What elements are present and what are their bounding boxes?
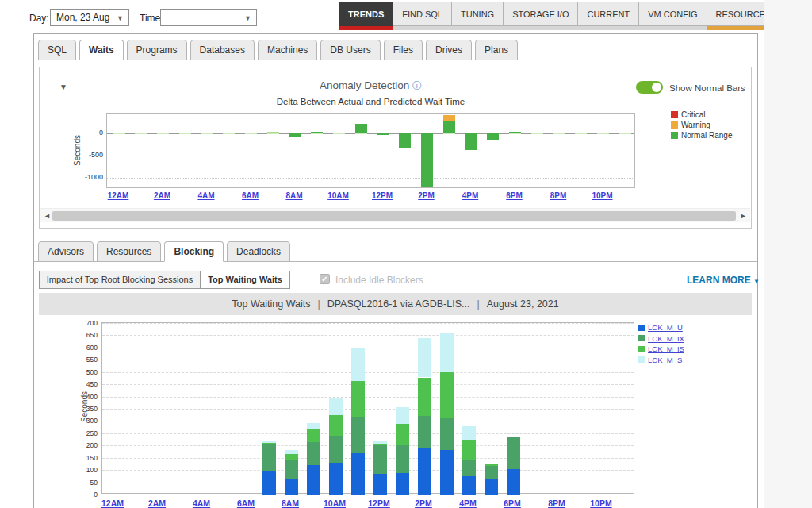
anomaly-bar[interactable] xyxy=(443,121,455,133)
legend-link-lck_m_is[interactable]: LCK_M_IS xyxy=(648,344,684,353)
anomaly-bar[interactable] xyxy=(377,133,389,135)
tab-sql[interactable]: SQL xyxy=(38,40,76,60)
x-axis-link-10am[interactable]: 10AM xyxy=(321,191,356,200)
stacked-bar-segment-lck_m_s[interactable] xyxy=(485,464,498,464)
top-waiting-waits-button[interactable]: Top Waiting Waits xyxy=(200,271,290,289)
stacked-bar-segment-lck_m_s[interactable] xyxy=(373,441,387,443)
x-axis-link-8pm[interactable]: 8PM xyxy=(541,191,576,200)
x-axis-link-12pm[interactable]: 12PM xyxy=(362,498,396,508)
stacked-bar-segment-lck_m_s[interactable] xyxy=(285,450,298,454)
stacked-bar-segment-lck_m_u[interactable] xyxy=(373,474,387,495)
x-axis-link-2pm[interactable]: 2PM xyxy=(409,191,444,200)
x-axis-link-10pm[interactable]: 10PM xyxy=(585,191,620,200)
x-axis-link-6am[interactable]: 6AM xyxy=(228,498,263,508)
stacked-bar-segment-lck_m_ix[interactable] xyxy=(351,417,365,454)
anomaly-bar[interactable] xyxy=(509,132,521,133)
stacked-bar-segment-lck_m_is[interactable] xyxy=(307,429,320,442)
include-idle-blockers-checkbox[interactable]: ✔ xyxy=(320,274,330,284)
x-axis-link-6pm[interactable]: 6PM xyxy=(495,498,530,508)
legend-link-lck_m_ix[interactable]: LCK_M_IX xyxy=(648,334,684,343)
stacked-bar-segment-lck_m_is[interactable] xyxy=(351,381,365,417)
stacked-bar-segment-lck_m_ix[interactable] xyxy=(262,444,276,471)
stacked-bar-segment-lck_m_is[interactable] xyxy=(373,444,387,445)
stacked-bar-segment-lck_m_is[interactable] xyxy=(285,454,298,460)
stacked-bar-segment-lck_m_u[interactable] xyxy=(285,479,298,495)
stacked-bar-segment-lck_m_s[interactable] xyxy=(262,441,276,443)
nav-item-vm-config[interactable]: VM CONFIG xyxy=(639,2,707,30)
stacked-bar-segment-lck_m_u[interactable] xyxy=(485,479,498,495)
x-axis-link-12pm[interactable]: 12PM xyxy=(365,191,400,200)
day-select[interactable]: Mon, 23 Aug ▼ xyxy=(50,9,129,26)
learn-more-link[interactable]: LEARN MORE ▼ xyxy=(687,275,760,286)
x-axis-link-8am[interactable]: 8AM xyxy=(273,498,308,508)
stacked-bar-segment-lck_m_is[interactable] xyxy=(485,464,498,466)
nav-item-current[interactable]: CURRENT xyxy=(578,2,639,30)
stacked-bar-segment-lck_m_s[interactable] xyxy=(440,333,454,372)
stacked-bar-segment-lck_m_s[interactable] xyxy=(396,407,409,424)
x-axis-link-12am[interactable]: 12AM xyxy=(95,498,130,508)
tab-programs[interactable]: Programs xyxy=(127,40,187,60)
stacked-bar-segment-lck_m_ix[interactable] xyxy=(418,416,431,448)
tab-databases[interactable]: Databases xyxy=(190,40,255,60)
x-axis-link-2am[interactable]: 2AM xyxy=(140,498,174,508)
stacked-bar-segment-lck_m_u[interactable] xyxy=(307,465,320,495)
stacked-bar-segment-lck_m_ix[interactable] xyxy=(285,460,298,479)
stacked-bar-segment-lck_m_u[interactable] xyxy=(262,471,276,495)
info-icon[interactable]: ⓘ xyxy=(412,80,422,91)
tab-db-users[interactable]: DB Users xyxy=(320,40,380,60)
stacked-bar-segment-lck_m_u[interactable] xyxy=(507,469,520,495)
anomaly-bar[interactable] xyxy=(289,133,301,137)
tab-machines[interactable]: Machines xyxy=(258,40,317,60)
time-select[interactable]: ▼ xyxy=(160,9,257,26)
tab-advisors[interactable]: Advisors xyxy=(38,241,94,262)
x-axis-link-6pm[interactable]: 6PM xyxy=(497,191,532,200)
stacked-bar-segment-lck_m_u[interactable] xyxy=(329,463,343,495)
anomaly-bar[interactable] xyxy=(267,132,279,133)
anomaly-bar[interactable] xyxy=(355,124,367,133)
x-axis-link-12am[interactable]: 12AM xyxy=(101,191,136,200)
x-axis-link-6am[interactable]: 6AM xyxy=(233,191,268,200)
stacked-bar-segment-lck_m_u[interactable] xyxy=(418,448,431,495)
stacked-bar-segment-lck_m_ix[interactable] xyxy=(396,445,409,472)
x-axis-link-10am[interactable]: 10AM xyxy=(317,498,352,508)
stacked-bar-segment-lck_m_ix[interactable] xyxy=(373,445,387,474)
tab-deadlocks[interactable]: Deadlocks xyxy=(227,241,290,262)
stacked-bar-segment-lck_m_ix[interactable] xyxy=(462,460,476,475)
anomaly-warning-bar[interactable] xyxy=(443,115,455,121)
horizontal-scrollbar[interactable]: ◄ ► xyxy=(40,208,750,222)
stacked-bar-segment-lck_m_is[interactable] xyxy=(440,372,454,418)
show-normal-bars-toggle[interactable] xyxy=(636,81,663,94)
stacked-bar-segment-lck_m_is[interactable] xyxy=(262,443,276,445)
anomaly-bar[interactable] xyxy=(311,132,323,134)
stacked-bar-segment-lck_m_u[interactable] xyxy=(351,453,365,495)
stacked-bar-segment-lck_m_u[interactable] xyxy=(440,450,454,495)
x-axis-link-8am[interactable]: 8AM xyxy=(277,191,312,200)
tab-files[interactable]: Files xyxy=(384,40,423,60)
tab-waits[interactable]: Waits xyxy=(79,40,124,60)
stacked-bar-segment-lck_m_s[interactable] xyxy=(351,348,365,381)
x-axis-link-2am[interactable]: 2AM xyxy=(145,191,180,200)
nav-item-tuning[interactable]: TUNING xyxy=(452,2,504,30)
anomaly-bar[interactable] xyxy=(487,133,499,140)
legend-link-lck_m_s[interactable]: LCK_M_S xyxy=(648,356,682,364)
nav-item-trends[interactable]: TRENDS xyxy=(339,2,393,30)
stacked-bar-segment-lck_m_s[interactable] xyxy=(307,423,320,429)
stacked-bar-segment-lck_m_is[interactable] xyxy=(462,440,476,460)
stacked-bar-segment-lck_m_s[interactable] xyxy=(418,338,431,377)
stacked-bar-segment-lck_m_ix[interactable] xyxy=(329,436,343,463)
scrollbar-thumb[interactable] xyxy=(52,211,736,221)
anomaly-bar[interactable] xyxy=(399,133,411,148)
x-axis-link-10pm[interactable]: 10PM xyxy=(584,498,619,508)
stacked-bar-segment-lck_m_u[interactable] xyxy=(462,476,476,495)
stacked-bar-segment-lck_m_ix[interactable] xyxy=(507,437,520,468)
stacked-bar-segment-lck_m_ix[interactable] xyxy=(440,418,454,450)
x-axis-link-8pm[interactable]: 8PM xyxy=(539,498,574,508)
x-axis-link-4pm[interactable]: 4PM xyxy=(453,191,488,200)
stacked-bar-segment-lck_m_s[interactable] xyxy=(462,426,476,441)
stacked-bar-segment-lck_m_ix[interactable] xyxy=(307,442,320,465)
stacked-bar-segment-lck_m_s[interactable] xyxy=(329,398,343,415)
anomaly-bar[interactable] xyxy=(465,133,477,149)
x-axis-link-4am[interactable]: 4AM xyxy=(189,191,224,200)
stacked-bar-segment-lck_m_is[interactable] xyxy=(396,424,409,446)
stacked-bar-segment-lck_m_ix[interactable] xyxy=(485,466,498,479)
